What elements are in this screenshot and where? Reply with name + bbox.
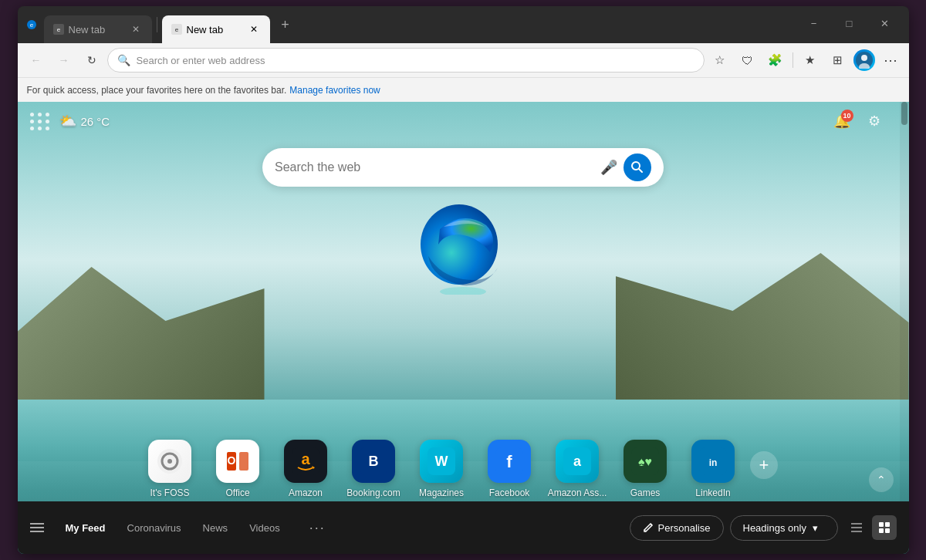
svg-rect-36	[851, 527, 862, 528]
navbar: ← → ↻ 🔍 Search or enter web address ☆ 🛡 …	[18, 43, 909, 77]
tab-1[interactable]: e New tab ✕	[44, 15, 152, 43]
new-tab-content: ⛅ 26 °C 🔔 10 ⚙ 🎤	[18, 102, 909, 554]
shortcut-icon-booking: B	[352, 440, 395, 483]
search-input[interactable]	[275, 160, 594, 174]
search-container: 🎤	[262, 148, 664, 187]
svg-line-10	[639, 169, 642, 172]
profile-icon[interactable]	[853, 49, 875, 71]
shortcut-amazon[interactable]: a Amazon	[275, 440, 336, 498]
svg-rect-38	[879, 522, 884, 527]
list-view-button[interactable]	[844, 515, 869, 540]
toolbar-icons: ☆ 🛡 🧩 ★ ⊞ ⋯	[708, 48, 903, 73]
feed-tab-myfeed[interactable]: My Feed	[56, 518, 115, 538]
weather-icon: ⛅	[59, 113, 76, 130]
sidebar-icon[interactable]: ⊞	[826, 48, 850, 73]
feedbar: My Feed Coronavirus News Videos ··· Pers…	[18, 501, 909, 554]
svg-text:f: f	[506, 452, 512, 471]
feed-menu-button[interactable]	[30, 523, 44, 532]
shortcut-icon-facebook: f	[488, 440, 531, 483]
mic-button[interactable]: 🎤	[600, 159, 617, 176]
feed-tab-videos[interactable]: Videos	[240, 518, 289, 538]
svg-text:a: a	[301, 450, 310, 467]
svg-rect-35	[851, 523, 862, 525]
profile-avatar	[856, 52, 873, 69]
svg-text:O: O	[228, 454, 236, 467]
svg-rect-18	[239, 452, 248, 471]
shortcut-linkedin[interactable]: in LinkedIn	[682, 440, 744, 498]
personalise-button[interactable]: Personalise	[630, 515, 724, 541]
headings-button[interactable]: Headings only ▾	[730, 515, 838, 541]
scrollbar-thumb[interactable]	[901, 102, 907, 125]
top-right-icons: 🔔 10 ⚙	[829, 108, 887, 134]
shortcut-magazines[interactable]: W Magazines	[411, 440, 472, 498]
menu-line-3	[30, 531, 44, 532]
shortcut-label-linkedin: LinkedIn	[695, 487, 730, 498]
svg-text:a: a	[573, 454, 582, 469]
new-tab-button[interactable]: +	[275, 14, 296, 35]
edge-logo	[417, 202, 509, 295]
svg-text:♠♥: ♠♥	[638, 455, 652, 468]
feed-more-button[interactable]: ···	[302, 517, 333, 539]
minimize-button[interactable]: −	[796, 11, 832, 35]
shortcut-office[interactable]: O Office	[207, 440, 269, 498]
settings-button[interactable]: ⚙	[861, 108, 887, 134]
search-submit-button[interactable]	[624, 153, 651, 181]
extensions-icon[interactable]: 🧩	[763, 48, 788, 73]
edge-logo-svg	[417, 202, 509, 295]
svg-point-12	[440, 287, 486, 295]
menu-line-2	[30, 527, 44, 528]
shortcut-games[interactable]: ♠♥ Games	[614, 440, 676, 498]
back-button[interactable]: ←	[24, 48, 49, 73]
shortcut-facebook[interactable]: f Facebook	[478, 440, 540, 498]
feed-tab-coronavirus[interactable]: Coronavirus	[118, 518, 191, 538]
headings-label: Headings only	[743, 522, 806, 534]
add-shortcut-button[interactable]: +	[750, 451, 778, 479]
collapse-arrow-button[interactable]: ⌃	[869, 467, 894, 492]
favorites-icon[interactable]: ☆	[708, 48, 732, 73]
manage-favorites-link[interactable]: Manage favorites now	[289, 85, 380, 96]
weather-temp: 26 °C	[81, 115, 110, 128]
tab2-favicon: e	[171, 24, 182, 35]
maximize-button[interactable]: □	[832, 11, 867, 35]
svg-text:B: B	[369, 454, 379, 469]
shortcut-icon-linkedin: in	[691, 440, 735, 483]
shortcut-amazon-assistant[interactable]: a Amazon Ass...	[546, 440, 608, 498]
feed-tab-news[interactable]: News	[194, 518, 238, 538]
close-button[interactable]: ✕	[867, 11, 903, 35]
shortcut-label-magazines: Magazines	[419, 487, 464, 498]
search-bar[interactable]: 🎤	[262, 148, 664, 187]
shortcut-itsfoss[interactable]: It's FOSS	[139, 440, 201, 498]
tab2-close[interactable]: ✕	[247, 22, 261, 36]
shortcut-label-games: Games	[630, 487, 661, 498]
favorites-collection-icon[interactable]: ★	[798, 48, 823, 73]
tab1-close[interactable]: ✕	[129, 22, 143, 36]
grid-view-button[interactable]	[872, 515, 897, 540]
browser-window: e e New tab ✕ e New tab ✕ + − □	[18, 6, 909, 554]
refresh-button[interactable]: ↻	[79, 48, 104, 73]
shortcut-label-amazon: Amazon	[289, 487, 323, 498]
wallet-icon[interactable]: 🛡	[735, 48, 760, 73]
grid-view-icon	[878, 521, 891, 534]
address-bar[interactable]: 🔍 Search or enter web address	[107, 48, 705, 73]
menu-line-1	[30, 523, 44, 525]
shortcut-booking[interactable]: B Booking.com	[343, 440, 404, 498]
edge-favicon: e	[26, 19, 37, 30]
tab-2[interactable]: e New tab ✕	[162, 15, 270, 43]
feed-tabs: My Feed Coronavirus News Videos	[56, 518, 289, 538]
search-address-icon: 🔍	[117, 54, 130, 66]
feed-right-controls: Personalise Headings only ▾	[630, 515, 897, 541]
forward-button[interactable]: →	[52, 48, 76, 73]
shortcut-icon-itsfoss	[148, 440, 191, 483]
address-text: Search or enter web address	[137, 55, 694, 66]
shortcut-label-itsfoss: It's FOSS	[150, 487, 190, 498]
apps-grid-button[interactable]	[30, 113, 50, 130]
weather-widget[interactable]: ⛅ 26 °C	[59, 113, 110, 130]
search-icon	[631, 161, 644, 174]
favbar-text: For quick access, place your favorites h…	[27, 85, 287, 96]
personalise-label: Personalise	[658, 522, 711, 534]
shortcut-icon-magazines: W	[420, 440, 463, 483]
more-button[interactable]: ⋯	[878, 48, 903, 73]
notifications-button[interactable]: 🔔 10	[829, 108, 855, 134]
shortcut-label-office: Office	[225, 487, 249, 498]
svg-point-15	[167, 459, 172, 464]
